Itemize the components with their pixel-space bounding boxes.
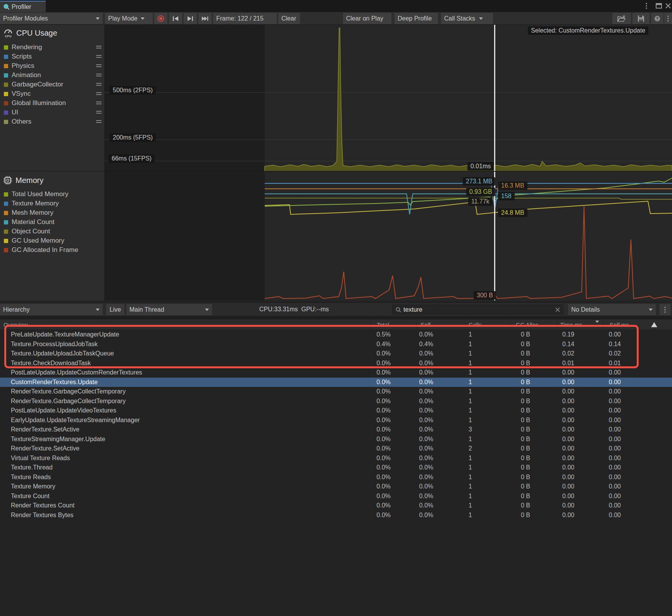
column-calls[interactable]: Calls [469,321,481,328]
drag-handle[interactable] [96,83,102,87]
drag-handle[interactable] [96,120,102,124]
table-row[interactable]: Texture.Thread 0.0% 0.0% 1 0 B 0.00 0.00 [0,463,672,473]
column-self[interactable]: Self [420,321,431,328]
cpu-usage-chart[interactable]: 500ms (2FPS) 200ms (5FPS) 66ms (15FPS) S… [104,25,672,171]
memory-legend-item[interactable]: Texture Memory [0,199,104,208]
last-frame-button[interactable] [198,13,212,24]
cpu-legend-item[interactable]: VSync [0,89,104,98]
table-row[interactable]: Texture Reads 0.0% 0.0% 1 0 B 0.00 0.00 [0,473,672,482]
record-button[interactable] [154,13,167,24]
clear-on-play-toggle[interactable]: Clear on Play [343,13,391,24]
drag-handle[interactable] [96,64,102,68]
clear-search-icon[interactable] [555,307,560,312]
details-dropdown[interactable]: No Details [568,304,656,315]
memory-legend-item[interactable]: Object Count [0,227,104,236]
drag-handle[interactable] [96,92,102,96]
table-row[interactable]: Texture.UpdateUploadJobTaskQueue 0.0% 0.… [0,349,672,359]
table-row[interactable]: Render Textures Bytes 0.0% 0.0% 1 0 B 0.… [0,511,672,520]
row-name: Render Textures Bytes [0,511,348,520]
table-row[interactable]: Texture Memory 0.0% 0.0% 1 0 B 0.00 0.00 [0,482,672,492]
table-row[interactable]: Render Textures Count 0.0% 0.0% 1 0 B 0.… [0,501,672,511]
drag-handle[interactable] [96,102,102,105]
table-row[interactable]: TextureStreamingManager.Update 0.0% 0.0%… [0,435,672,444]
search-input[interactable]: texture [392,305,563,314]
close-button[interactable] [663,2,672,10]
legend-label: Others [12,118,31,126]
row-self-ms: 0.00 [574,492,621,501]
cpu-playhead[interactable] [494,25,495,171]
row-gc-alloc: 0 B [472,330,530,340]
cpu-usage-module[interactable]: CPU CPU Usage Rendering Scripts [0,25,104,171]
memory-module[interactable]: Memory Total Used Memory Texture Memory … [0,172,104,300]
column-total[interactable]: Total [377,321,389,328]
profiler-modules-dropdown[interactable]: Profiler Modules [0,13,103,24]
deep-profile-label: Deep Profile [398,15,432,22]
cpu-legend-item[interactable]: Rendering [0,43,104,52]
drag-handle[interactable] [96,74,102,78]
drag-handle[interactable] [96,55,102,59]
texture-memory-value: 273.1 MB [463,177,495,186]
row-gc-alloc: 0 B [472,454,530,463]
save-profile-button[interactable] [632,13,650,24]
tab-profiler[interactable]: Profiler [0,1,46,12]
table-row[interactable]: EarlyUpdate.UpdateTextureStreamingManage… [0,416,672,425]
table-row[interactable]: PreLateUpdate.TextureManagerUpdate 0.5% … [0,330,672,340]
cpu-legend-item[interactable]: Others [0,117,104,126]
frame-times: CPU:33.31ms GPU:--ms [259,306,329,313]
table-row[interactable]: RenderTexture.SetActive 0.0% 0.0% 2 0 B … [0,444,672,454]
memory-legend-item[interactable]: Total Used Memory [0,190,104,199]
fps-marker-66ms: 66ms (15FPS) [109,154,155,163]
cpu-legend-item[interactable]: Global Illumination [0,98,104,108]
hierarchy-mode-dropdown[interactable]: Hierarchy [0,304,103,315]
table-row[interactable]: Texture Count 0.0% 0.0% 1 0 B 0.00 0.00 [0,492,672,501]
next-frame-button[interactable] [184,13,197,24]
memory-legend-item[interactable]: Mesh Memory [0,208,104,217]
row-calls: 1 [433,435,472,444]
clear-button[interactable]: Clear [278,13,300,24]
skip-to-first-icon [172,16,179,21]
row-total: 0.0% [348,406,391,416]
play-mode-dropdown[interactable]: Play Mode [105,13,153,24]
help-button[interactable]: ? [651,13,663,24]
drag-handle[interactable] [96,46,102,50]
table-row[interactable]: PostLateUpdate.UpdateCustomRenderTexture… [0,368,672,378]
table-row[interactable]: Texture.CheckDownloadTask 0.0% 0.0% 1 0 … [0,359,672,368]
column-overview[interactable]: Overview [3,321,28,328]
row-time-ms: 0.19 [530,330,574,340]
column-self-ms[interactable]: Self ms [610,321,629,328]
tab-title: Profiler [12,3,31,10]
table-row[interactable]: RenderTexture.GarbageCollectTemporary 0.… [0,387,672,397]
drag-handle[interactable] [96,111,102,115]
memory-legend-item[interactable]: GC Allocated In Frame [0,245,104,255]
toolbar-menu-button[interactable] [664,13,672,24]
live-toggle[interactable]: Live [106,304,124,315]
cpu-legend-item[interactable]: UI [0,108,104,117]
row-gc-alloc: 0 B [472,425,530,435]
collapse-all-icon[interactable] [651,322,657,327]
memory-legend-item[interactable]: Material Count [0,217,104,227]
table-row[interactable]: RenderTexture.SetActive 0.0% 0.0% 3 0 B … [0,425,672,435]
table-row[interactable]: CustomRenderTextures.Update 0.0% 0.0% 1 … [0,378,672,387]
window-menu-button[interactable] [642,2,651,10]
maximize-button[interactable] [654,2,663,10]
table-row[interactable]: RenderTexture.GarbageCollectTemporary 0.… [0,397,672,406]
memory-legend-item[interactable]: GC Used Memory [0,236,104,245]
row-self-ms: 0.01 [574,359,621,368]
first-frame-button[interactable] [169,13,182,24]
hierarchy-menu-button[interactable] [660,304,670,315]
call-stacks-dropdown[interactable]: Call Stacks [441,13,493,24]
cpu-legend-item[interactable]: Scripts [0,52,104,61]
table-row[interactable]: Texture.ProcessUploadJobTask 0.4% 0.4% 1… [0,340,672,349]
cpu-legend-item[interactable]: Animation [0,71,104,80]
load-profile-button[interactable] [612,13,631,24]
column-gc-alloc[interactable]: GC Alloc [516,321,538,328]
table-row[interactable]: Virtual Texture Reads 0.0% 0.0% 1 0 B 0.… [0,454,672,463]
memory-chart[interactable]: 273.1 MB 0.93 GB 11.77k 16.3 MB 158 24.8… [104,172,672,300]
thread-dropdown[interactable]: Main Thread [126,304,212,315]
legend-label: Rendering [12,43,42,51]
table-row[interactable]: PostLateUpdate.UpdateVideoTextures 0.0% … [0,406,672,416]
cpu-legend-item[interactable]: Physics [0,61,104,71]
deep-profile-toggle[interactable]: Deep Profile [395,13,438,24]
cpu-legend-item[interactable]: GarbageCollector [0,80,104,89]
column-time-ms[interactable]: Time ms [560,321,582,328]
